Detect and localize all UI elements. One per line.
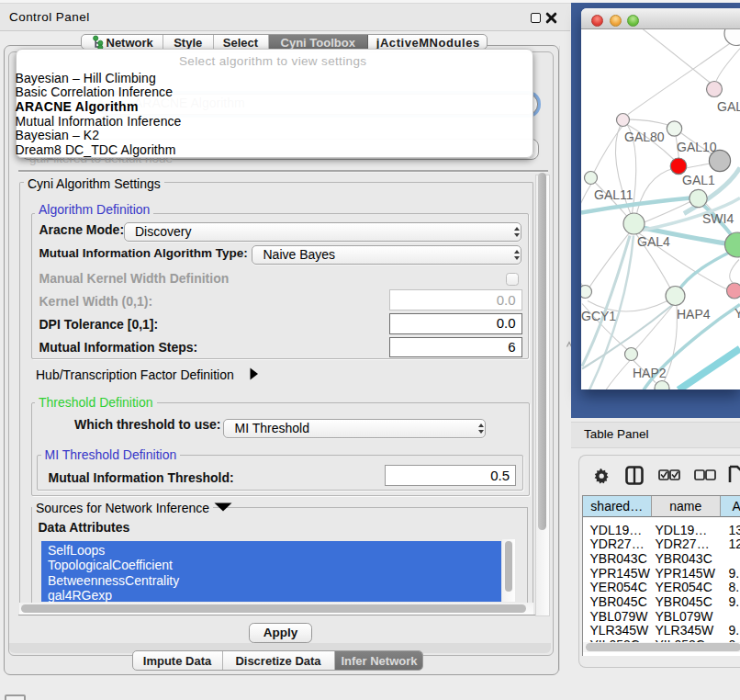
svg-text:GAL80: GAL80 — [624, 130, 665, 144]
svg-text:HAP2: HAP2 — [633, 366, 667, 380]
svg-text:GAL2: GAL2 — [717, 98, 740, 113]
svg-text:GAL11: GAL11 — [594, 187, 633, 202]
svg-text:YJ: YJ — [734, 305, 740, 320]
svg-text:SWI4: SWI4 — [702, 211, 734, 226]
svg-text:GAL10: GAL10 — [677, 140, 717, 154]
svg-text:GAL1: GAL1 — [682, 173, 715, 187]
svg-text:GCY1: GCY1 — [581, 309, 616, 323]
svg-text:GAL4: GAL4 — [637, 233, 670, 248]
svg-text:HAP4: HAP4 — [677, 307, 711, 322]
